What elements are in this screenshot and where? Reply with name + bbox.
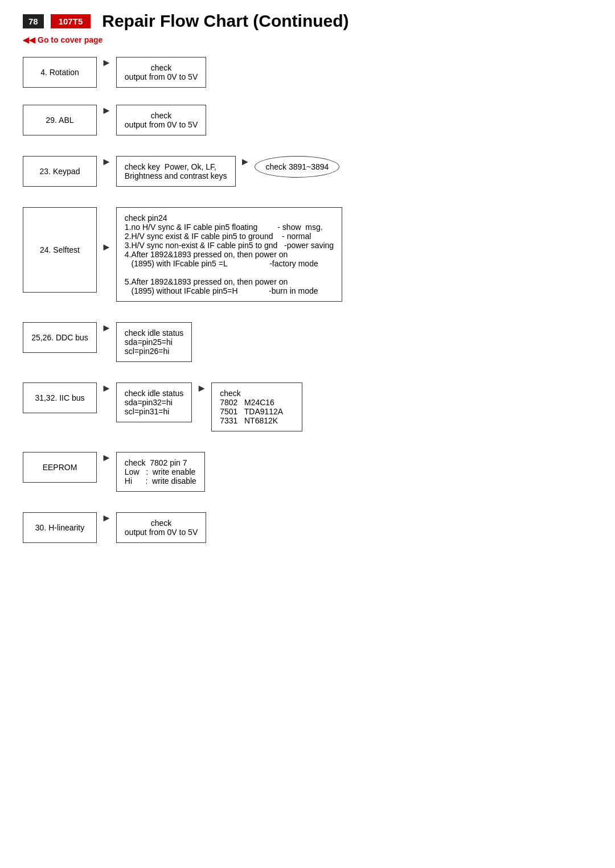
abl-label: 29. ABL <box>46 116 73 125</box>
eeprom-arrow: ► <box>97 452 116 464</box>
model-tag: 107T5 <box>51 14 91 28</box>
rotation-box: 4. Rotation <box>23 57 97 88</box>
hlinearity-label: 30. H-linearity <box>35 523 84 532</box>
hlinearity-check-box: checkoutput from 0V to 5V <box>116 512 206 543</box>
selftest-arrow: ► <box>97 241 116 253</box>
abl-box: 29. ABL <box>23 105 97 135</box>
ddc-check-box: check idle statussda=pin25=hiscl=pin26=h… <box>116 322 192 362</box>
selftest-label: 24. Selftest <box>40 245 80 254</box>
iic-arrow2: ► <box>192 382 211 394</box>
abl-check-box: checkoutput from 0V to 5V <box>116 105 206 135</box>
rotation-label: 4. Rotation <box>40 68 79 77</box>
rotation-check-text: checkoutput from 0V to 5V <box>125 63 198 81</box>
keypad-label: 23. Keypad <box>40 167 80 176</box>
iic-check-text2: check7802 M24C167501 TDA9112A7331 NT6812… <box>220 389 283 425</box>
iic-label: 31,32. IIC bus <box>35 393 84 402</box>
keypad-check-text: check key Power, Ok, LF,Brightness and c… <box>125 162 227 180</box>
iic-check-text: check idle statussda=pin32=hiscl=pin31=h… <box>125 389 184 416</box>
eeprom-label: EEPROM <box>43 463 77 472</box>
page-header: 78 107T5 Repair Flow Chart (Continued) <box>23 11 592 31</box>
eeprom-check-text: check 7802 pin 7Low : write enableHi : w… <box>125 458 196 486</box>
rotation-check-box: checkoutput from 0V to 5V <box>116 57 206 88</box>
section-hlinearity: 30. H-linearity ► checkoutput from 0V to… <box>23 512 592 543</box>
ddc-box-left: 25,26. DDC bus <box>23 322 97 353</box>
selftest-text: check pin24 1.no H/V sync & IF cable pin… <box>125 213 334 295</box>
ddc-check-text: check idle statussda=pin25=hiscl=pin26=h… <box>125 328 184 356</box>
selftest-content-box: check pin24 1.no H/V sync & IF cable pin… <box>116 207 342 302</box>
abl-check-text: checkoutput from 0V to 5V <box>125 111 198 129</box>
hlinearity-box-left: 30. H-linearity <box>23 512 97 543</box>
ddc-arrow: ► <box>97 322 116 334</box>
rotation-arrow: ► <box>97 57 116 69</box>
go-to-cover-label: Go to cover page <box>38 35 102 44</box>
page-title: Repair Flow Chart (Continued) <box>102 11 348 31</box>
iic-check-box: check idle statussda=pin32=hiscl=pin31=h… <box>116 382 192 422</box>
section-rotation: 4. Rotation ► checkoutput from 0V to 5V <box>23 57 592 88</box>
keypad-arrow: ► <box>97 156 116 168</box>
section-eeprom: EEPROM ► check 7802 pin 7Low : write ena… <box>23 452 592 492</box>
keypad-arrow2: ► <box>236 156 255 168</box>
section-keypad: 23. Keypad ► check key Power, Ok, LF,Bri… <box>23 156 592 187</box>
eeprom-check-box: check 7802 pin 7Low : write enableHi : w… <box>116 452 205 492</box>
hlinearity-check-text: checkoutput from 0V to 5V <box>125 519 198 537</box>
go-to-cover-link[interactable]: ◀◀ Go to cover page <box>23 35 592 44</box>
iic-check-box2: check7802 M24C167501 TDA9112A7331 NT6812… <box>211 382 302 431</box>
go-to-cover-icon: ◀◀ <box>23 35 35 44</box>
hlinearity-arrow: ► <box>97 512 116 524</box>
iic-box-left: 31,32. IIC bus <box>23 382 97 413</box>
keypad-oval-text: check 3891~3894 <box>265 162 329 171</box>
section-ddc: 25,26. DDC bus ► check idle statussda=pi… <box>23 322 592 362</box>
iic-arrow: ► <box>97 382 116 394</box>
keypad-box: 23. Keypad <box>23 156 97 187</box>
keypad-check-box: check key Power, Ok, LF,Brightness and c… <box>116 156 236 187</box>
ddc-label: 25,26. DDC bus <box>31 333 88 342</box>
page-number: 78 <box>23 14 44 28</box>
selftest-box-left: 24. Selftest <box>23 207 97 293</box>
eeprom-box-left: EEPROM <box>23 452 97 483</box>
section-abl: 29. ABL ► checkoutput from 0V to 5V <box>23 105 592 135</box>
section-selftest: 24. Selftest ► check pin24 1.no H/V sync… <box>23 207 592 302</box>
section-iic: 31,32. IIC bus ► check idle statussda=pi… <box>23 382 592 431</box>
keypad-oval: check 3891~3894 <box>255 156 339 178</box>
abl-arrow: ► <box>97 105 116 117</box>
